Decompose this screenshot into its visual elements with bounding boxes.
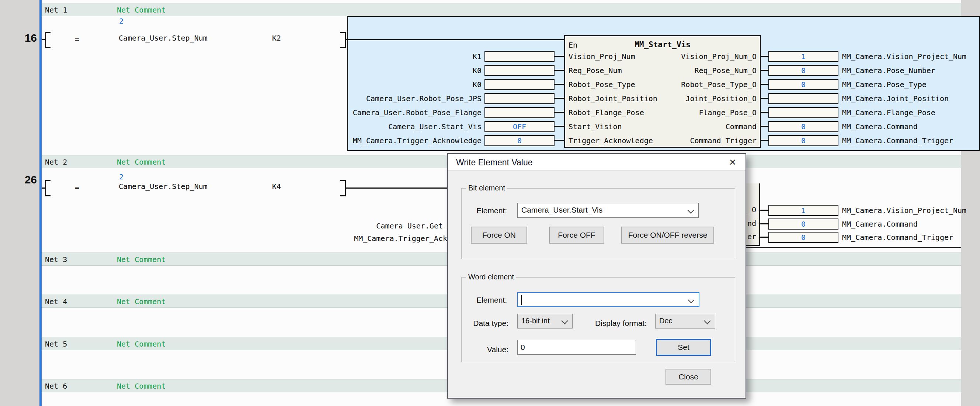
bit-element-value: Camera_User.Start_Vis [521, 206, 603, 214]
close-button[interactable]: Close [665, 369, 711, 385]
fb-input-label[interactable]: Camera_User.Start_Vis [334, 122, 482, 131]
pin-stub [760, 237, 768, 238]
fb-output-monitor-box[interactable] [768, 93, 838, 104]
net-label: Net 3 [45, 255, 67, 264]
net-header-1[interactable]: Net 1 Net Comment [42, 3, 961, 16]
chevron-down-icon[interactable] [704, 317, 711, 324]
display-format-combobox[interactable]: Dec [655, 314, 715, 328]
monitor-value: 0 [517, 136, 522, 145]
data-type-value: 16-bit int [521, 316, 550, 325]
fb-input-pin: Trigger_Acknowledge [568, 136, 653, 145]
value-input[interactable]: 0 [517, 340, 636, 355]
fb-title: MM_Start_Vis [564, 40, 761, 49]
fb2-output-label[interactable]: MM_Camera.Command_Trigger [842, 233, 953, 242]
fb-input-monitor-box[interactable] [484, 107, 555, 118]
compare-constant[interactable]: K4 [272, 182, 281, 191]
fb-input-monitor-box[interactable]: OFF [484, 121, 555, 132]
fb-output-pin: Flange_Pose_O [646, 108, 757, 117]
pin-stub [761, 112, 768, 113]
fb-output-pin: Vision_Proj_Num_O [646, 52, 757, 61]
operand-current-value: 2 [119, 173, 124, 181]
fb-output-pin: Robot_Pose_Type_O [646, 80, 757, 89]
fb-output-label[interactable]: MM_Camera.Pose_Number [842, 66, 935, 75]
fb-input-monitor-box[interactable]: 0 [484, 135, 555, 146]
net-comment[interactable]: Net Comment [117, 6, 165, 14]
fb-input-label[interactable]: MM_Camera.Trigger_Acknowledge [334, 136, 482, 145]
net-comment[interactable]: Net Comment [117, 255, 165, 264]
fb2-output-label[interactable]: MM_Camera.Vision_Project_Num [842, 206, 966, 215]
display-format-label: Display format: [592, 319, 647, 328]
fb-output-label[interactable]: MM_Camera.Command_Trigger [842, 136, 953, 145]
wire [345, 187, 447, 189]
compare-operator[interactable]: = [75, 183, 79, 192]
force-on-off-reverse-button[interactable]: Force ON/OFF reverse [621, 227, 714, 244]
net-comment[interactable]: Net Comment [117, 158, 165, 166]
net-label: Net 4 [45, 297, 67, 306]
force-off-button[interactable]: Force OFF [549, 227, 604, 244]
monitor-value: 0 [801, 66, 806, 75]
fb-input-label[interactable]: K1 [334, 52, 482, 61]
chevron-down-icon[interactable] [687, 207, 694, 213]
fb2-output-monitor-box[interactable]: 1 [768, 205, 838, 216]
fb-input-monitor-box[interactable] [484, 93, 555, 104]
fb2-output-monitor-box[interactable]: 0 [768, 219, 838, 230]
net-comment[interactable]: Net Comment [117, 297, 165, 306]
fb-input-monitor-box[interactable] [484, 79, 555, 90]
fb-output-label[interactable]: MM_Camera.Joint_Position [842, 94, 949, 103]
fb-output-monitor-box[interactable]: 0 [768, 135, 838, 146]
fb-output-monitor-box[interactable] [768, 107, 838, 118]
fb-output-monitor-box[interactable]: 1 [768, 51, 838, 62]
display-format-value: Dec [659, 316, 673, 325]
monitor-value: 1 [801, 52, 806, 61]
set-button[interactable]: Set [656, 339, 711, 356]
net-label: Net 5 [45, 340, 67, 348]
fb-output-monitor-box[interactable]: 0 [768, 121, 838, 132]
fb2-partial-box[interactable]: _O nd er [746, 184, 760, 246]
fb-input-monitor-box[interactable] [484, 51, 555, 62]
fb-input-label[interactable]: Camera_User.Robot_Pose_Flange [334, 108, 482, 117]
monitor-value: OFF [513, 122, 526, 131]
data-type-combobox[interactable]: 16-bit int [517, 314, 573, 328]
left-power-rail [40, 0, 42, 406]
compare-operator[interactable]: = [75, 35, 79, 43]
net-comment[interactable]: Net Comment [117, 382, 165, 390]
pin-stub [555, 56, 564, 57]
compare-contact-open-bracket[interactable] [45, 180, 51, 197]
compare-contact-open-bracket[interactable] [45, 32, 51, 48]
compare-constant[interactable]: K2 [272, 34, 281, 42]
fb2-output-monitor-box[interactable]: 0 [768, 232, 838, 243]
fb-output-label[interactable]: MM_Camera.Command [842, 122, 918, 131]
fb-input-monitor-box[interactable] [484, 65, 555, 76]
fb-input-label[interactable]: K0 [334, 80, 482, 89]
chevron-down-icon[interactable] [687, 296, 694, 303]
fb-input-label[interactable]: K0 [334, 66, 482, 75]
operand-current-value: 2 [119, 17, 124, 26]
fb-output-monitor-box[interactable]: 0 [768, 79, 838, 90]
force-on-button[interactable]: Force ON [471, 227, 527, 244]
fb-output-monitor-box[interactable]: 0 [768, 65, 838, 76]
compare-operand[interactable]: Camera_User.Step_Num [119, 34, 208, 42]
bit-element-combobox[interactable]: Camera_User.Start_Vis [517, 203, 699, 218]
word-element-combobox[interactable] [517, 293, 699, 307]
dialog-titlebar[interactable]: Write Element Value ✕ [448, 154, 746, 171]
pin-stub [555, 70, 564, 71]
fb-output-label[interactable]: MM_Camera.Pose_Type [842, 80, 926, 89]
wire-to-en [345, 39, 564, 40]
fb-input-pin: Robot_Pose_Type [568, 80, 635, 89]
fb2-input-label-truncated[interactable]: MM_Camera.Trigger_Ack [337, 234, 447, 243]
bit-element-group-label: Bit element [466, 184, 508, 192]
chevron-down-icon[interactable] [561, 317, 568, 324]
fb-input-label[interactable]: Camera_User.Robot_Pose_JPS [334, 94, 482, 103]
text-caret [521, 295, 522, 305]
compare-operand[interactable]: Camera_User.Step_Num [119, 182, 208, 191]
close-icon[interactable]: ✕ [726, 157, 739, 168]
fb2-input-label-truncated[interactable]: Camera_User.Get_ [337, 221, 447, 230]
fb-input-pin: Robot_Joint_Position [568, 94, 657, 103]
fb2-output-label[interactable]: MM_Camera.Command [842, 220, 918, 229]
fb2-pin-fragment: nd [747, 219, 756, 228]
net-comment[interactable]: Net Comment [117, 340, 165, 348]
pin-stub [760, 223, 768, 224]
fb-output-label[interactable]: MM_Camera.Flange_Pose [842, 108, 935, 117]
bit-element-label: Element: [470, 206, 507, 215]
fb-output-label[interactable]: MM_Camera.Vision_Project_Num [842, 52, 966, 61]
